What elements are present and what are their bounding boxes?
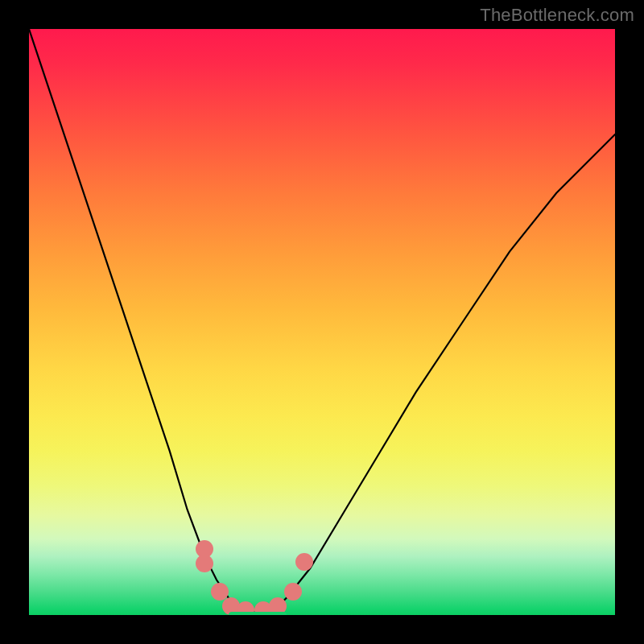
watermark-text: TheBottleneck.com	[480, 5, 634, 26]
curve-layer	[29, 29, 615, 615]
floor-line	[229, 612, 287, 615]
marker-point	[295, 553, 313, 571]
plot-area	[29, 29, 615, 615]
marker-point	[284, 583, 302, 601]
marker-point	[211, 583, 229, 601]
bottleneck-curve	[29, 29, 615, 612]
chart-frame: TheBottleneck.com	[0, 0, 644, 644]
marker-point	[196, 540, 213, 572]
